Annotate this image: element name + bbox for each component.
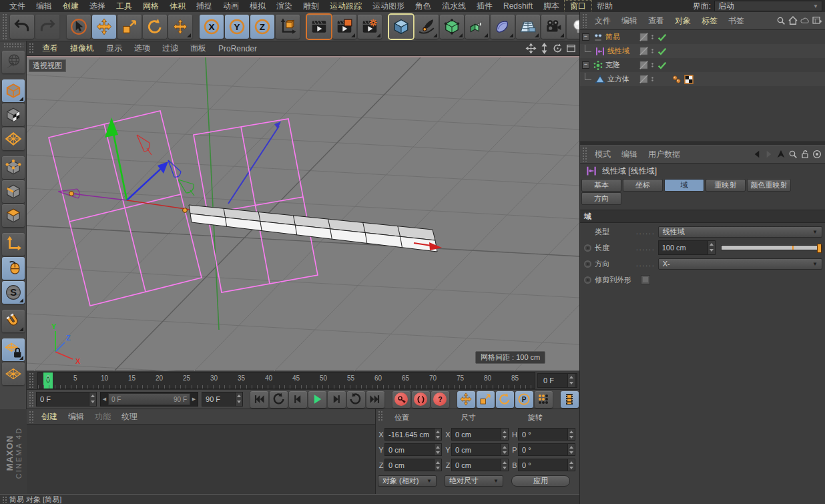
subdivision-button[interactable] [440, 15, 464, 39]
coordinate-field[interactable]: 0 cm [451, 459, 509, 471]
rotate-view-icon[interactable] [552, 43, 563, 54]
goto-start-button[interactable] [250, 391, 268, 408]
main-menu-item[interactable]: Redshift [498, 1, 538, 11]
camera-button[interactable] [541, 15, 565, 39]
viewport-menu-item[interactable]: 过滤 [156, 43, 184, 54]
back-icon[interactable] [752, 149, 762, 160]
pen-spline-button[interactable] [415, 15, 439, 39]
axis-x-button[interactable]: X [200, 15, 224, 39]
add-panel-icon[interactable] [812, 15, 822, 26]
render-picture-button[interactable] [332, 15, 356, 39]
coordinate-field[interactable]: 0 ° [518, 443, 575, 456]
zoom-view-icon[interactable] [539, 43, 550, 54]
main-menu-item[interactable]: 选择 [84, 1, 111, 12]
viewport-canvas[interactable]: Y Z X 透视视图 网格间距 : 100 cm [27, 56, 579, 370]
enabled-check-icon[interactable] [657, 60, 667, 71]
main-menu-item[interactable]: 动画 [218, 1, 244, 12]
move-button[interactable] [92, 15, 116, 39]
search-icon[interactable] [776, 15, 786, 26]
type-dropdown[interactable]: 线性域 ▼ [658, 226, 822, 238]
viewport-menu-item[interactable]: 面板 [184, 43, 212, 54]
enabled-check-icon[interactable] [657, 46, 667, 57]
interface-dropdown[interactable]: 启动 ▼ [714, 1, 822, 11]
home-icon[interactable] [788, 15, 798, 26]
attribute-manager-menu-item[interactable]: 编辑 [616, 149, 643, 160]
palette-grip[interactable] [29, 411, 34, 423]
polygons-mode-button[interactable] [2, 204, 25, 227]
spinner-arrows-icon[interactable] [434, 444, 441, 455]
main-menu-item[interactable]: 窗口 [565, 1, 591, 12]
up-icon[interactable] [776, 149, 786, 160]
attribute-manager-menu-item[interactable]: 模式 [589, 149, 616, 160]
viewport-menu-item[interactable]: 摄像机 [64, 43, 100, 54]
object-name[interactable]: 立方体 [607, 74, 629, 84]
visibility-dots-icon[interactable] [649, 59, 655, 71]
deformer-button[interactable] [491, 15, 515, 39]
layer-toggle-icon[interactable] [638, 73, 649, 85]
palette-grip[interactable] [582, 147, 587, 162]
tab-基本[interactable]: 基本 [581, 179, 621, 192]
spinner-arrows-icon[interactable] [567, 429, 575, 440]
render-view-button[interactable] [307, 15, 331, 39]
axis-z-button[interactable]: Z [250, 15, 274, 39]
spinner-arrows-icon[interactable] [89, 393, 96, 406]
snap-magnet-button[interactable] [2, 310, 25, 332]
absolute-size-dropdown[interactable]: 绝对尺寸▼ [445, 475, 503, 487]
end-frame-spinner[interactable]: 90 F [202, 392, 243, 407]
viewport-menu-item[interactable]: ProRender [212, 44, 263, 53]
tab-方向[interactable]: 方向 [581, 192, 621, 205]
spinner-arrows-icon[interactable] [434, 459, 441, 471]
object-row[interactable]: 线性域 [580, 44, 825, 58]
record-auto-button[interactable] [412, 391, 430, 408]
spinner-arrows-icon[interactable] [567, 374, 575, 387]
main-menu-item[interactable]: 流水线 [437, 1, 471, 12]
section-header[interactable]: 域 [580, 210, 825, 223]
main-menu-item[interactable]: 运动跟踪 [324, 1, 367, 12]
keyframe-radio[interactable] [584, 276, 591, 284]
visibility-dots-icon[interactable] [649, 45, 655, 57]
main-menu-item[interactable]: 脚本 [538, 1, 565, 12]
lock-icon[interactable] [800, 149, 810, 160]
material-manager-menu-item[interactable]: 创建 [36, 411, 63, 423]
spinner-arrows-icon[interactable] [501, 444, 508, 455]
object-manager-menu-item[interactable]: 查看 [643, 15, 669, 27]
forward-icon[interactable] [764, 149, 774, 160]
coordinate-field[interactable]: 0 cm [451, 443, 509, 456]
redo-button[interactable] [35, 15, 59, 39]
key-position-button[interactable] [457, 391, 475, 408]
expander-icon[interactable]: − [582, 33, 589, 41]
main-menu-item[interactable]: 创建 [57, 1, 84, 12]
scale-button[interactable] [117, 15, 142, 39]
next-frame-button[interactable] [328, 391, 346, 408]
toggle-view-icon[interactable] [565, 43, 577, 54]
tag-balls-icon[interactable] [671, 74, 682, 85]
range-left-arrow-icon[interactable]: ◀ [101, 397, 108, 402]
spinner-arrows-icon[interactable] [235, 393, 242, 406]
range-track[interactable]: 0 F 90 F [108, 393, 190, 405]
material-manager-menu-item[interactable]: 纹理 [116, 411, 143, 423]
object-manager-menu-item[interactable]: 书签 [723, 15, 750, 27]
main-menu-item[interactable]: 插件 [471, 1, 498, 12]
points-mode-button[interactable] [2, 156, 25, 179]
tab-坐标[interactable]: 坐标 [623, 179, 663, 192]
main-menu-item[interactable]: 捕捉 [191, 1, 218, 12]
edges-mode-button[interactable] [2, 180, 25, 203]
slider-handle[interactable] [817, 244, 822, 253]
make-editable-button[interactable] [2, 51, 25, 73]
frame-ruler[interactable]: 0 051015202530354045505560657075808590 [37, 372, 535, 389]
play-reverse-button[interactable] [270, 391, 288, 408]
tab-域[interactable]: 域 [664, 179, 704, 192]
goto-end-button[interactable] [366, 391, 384, 408]
view-name-label[interactable]: 透视视图 [29, 59, 66, 72]
pan-view-icon[interactable] [525, 43, 537, 54]
visibility-dots-icon[interactable] [649, 31, 655, 43]
spinner-arrows-icon[interactable] [434, 429, 441, 440]
record-options-button[interactable]: ? [431, 391, 449, 408]
coordinate-field[interactable]: 0 ° [518, 459, 575, 471]
object-row[interactable]: −克隆 [580, 58, 825, 72]
expander-icon[interactable]: − [582, 61, 589, 69]
coord-system-button[interactable] [276, 15, 300, 39]
undo-button[interactable] [10, 15, 34, 39]
play-forward-button[interactable] [347, 391, 365, 408]
record-key-button[interactable] [392, 391, 410, 408]
